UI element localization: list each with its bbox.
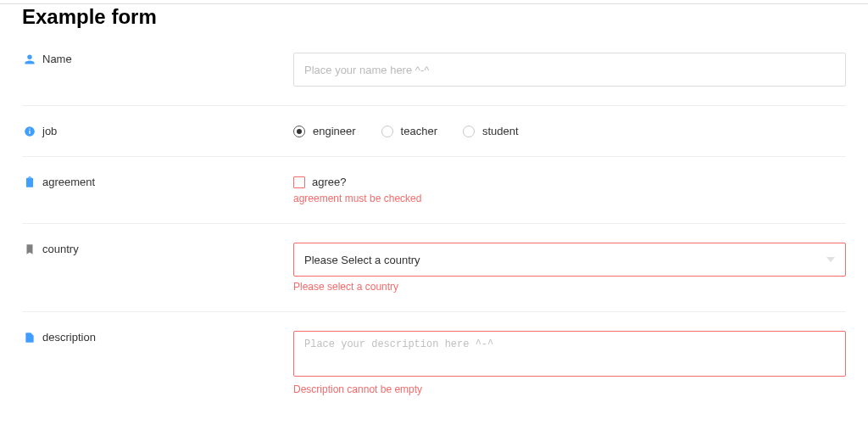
bookmark-icon [24, 243, 36, 255]
svg-rect-2 [29, 128, 30, 129]
label-description: description [42, 331, 96, 344]
radio-dot-icon [463, 126, 475, 137]
job-radio-group: engineer teacher student [293, 125, 846, 137]
page-title: Example form [22, 5, 868, 29]
info-icon [24, 126, 36, 137]
row-description: description Description cannot be empty [22, 312, 846, 414]
label-job: job [42, 125, 57, 137]
label-agreement: agreement [42, 176, 95, 188]
label-name: Name [42, 53, 72, 65]
country-select-placeholder: Please Select a country [304, 254, 420, 266]
agreement-error: agreement must be checked [293, 193, 846, 204]
row-name: Name [22, 39, 846, 106]
radio-label: engineer [313, 125, 356, 137]
radio-label: student [482, 125, 519, 137]
row-agreement: agreement agree? agreement must be check… [22, 157, 846, 224]
person-icon [24, 53, 36, 65]
description-textarea[interactable] [293, 331, 846, 377]
country-error: Please select a country [293, 281, 846, 293]
example-form: Name job engineer [22, 39, 846, 436]
chevron-down-icon [826, 257, 835, 262]
clipboard-icon [24, 176, 36, 188]
agreement-check-label: agree? [312, 176, 346, 188]
document-icon [24, 332, 36, 344]
name-input[interactable] [293, 53, 846, 87]
radio-student[interactable]: student [463, 125, 519, 137]
description-error: Description cannot be empty [293, 383, 846, 395]
country-select[interactable]: Please Select a country [293, 243, 846, 277]
label-country: country [42, 243, 79, 255]
radio-label: teacher [401, 125, 437, 137]
radio-teacher[interactable]: teacher [381, 125, 437, 137]
svg-rect-1 [29, 130, 30, 133]
radio-dot-icon [381, 126, 393, 137]
row-job: job engineer teacher student [22, 106, 846, 157]
radio-engineer[interactable]: engineer [293, 125, 356, 137]
row-country: country Please Select a country Please s… [22, 224, 846, 312]
radio-dot-icon [293, 126, 305, 137]
agreement-checkbox[interactable] [293, 176, 305, 188]
